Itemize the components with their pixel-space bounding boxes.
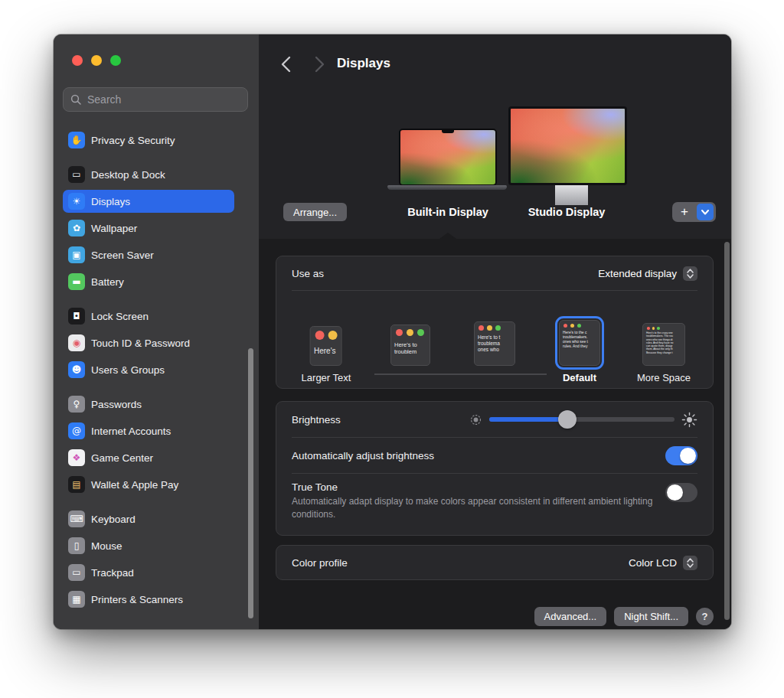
scaling-thumbnail: Here's to t troublema ones who [474, 321, 515, 366]
minimize-button[interactable] [91, 55, 102, 66]
scaling-option-more-space[interactable]: Here's to the crazy one troublemakers. T… [637, 323, 691, 384]
sidebar-item-desktop-dock[interactable]: ▭ Desktop & Dock [63, 163, 234, 186]
touch-id-icon: ◉ [68, 334, 85, 351]
use-as-value: Extended display [598, 268, 677, 279]
builtin-display-preview[interactable] [399, 129, 497, 186]
scaling-option-2[interactable]: Here's to troublem [390, 325, 430, 384]
advanced-button[interactable]: Advanced... [534, 607, 607, 626]
chevron-up-down-icon[interactable] [683, 266, 697, 281]
sidebar-item-displays[interactable]: ☀ Displays [63, 190, 234, 213]
sidebar-item-label: Passwords [91, 399, 142, 410]
sidebar-item-battery[interactable]: ▬ Battery [63, 270, 234, 293]
studio-display-label: Studio Display [528, 206, 606, 218]
brightness-slider-group [469, 412, 697, 428]
search-input[interactable] [86, 93, 240, 106]
auto-brightness-toggle[interactable] [665, 446, 697, 465]
wallpaper-icon: ✿ [68, 220, 85, 236]
thumb-red-dot [564, 324, 567, 328]
use-as-row: Use as Extended display [276, 256, 713, 290]
sidebar-item-printers-scanners[interactable]: ▦ Printers & Scanners [63, 588, 234, 611]
sidebar-item-label: Keyboard [91, 514, 136, 525]
sidebar-item-trackpad[interactable]: ▭ Trackpad [63, 561, 234, 584]
sidebar-item-label: Wallet & Apple Pay [91, 479, 178, 491]
brightness-slider-track[interactable] [489, 417, 675, 422]
system-settings-window: ✋ Privacy & Security ▭ Desktop & Dock ☀ … [54, 34, 731, 629]
main-panel: Displays Arrange... Built-in Display Stu… [259, 34, 731, 629]
color-profile-select[interactable]: Color LCD [629, 556, 697, 570]
use-as-select[interactable]: Extended display [598, 266, 697, 281]
footer-buttons: Advanced... Night Shift... ? [534, 607, 714, 626]
scaling-thumbnail: Here's to troublem [390, 325, 430, 366]
close-button[interactable] [72, 55, 83, 66]
sidebar-item-touch-id[interactable]: ◉ Touch ID & Password [63, 331, 234, 354]
sidebar-item-lock-screen[interactable]: ◘ Lock Screen [63, 305, 234, 328]
forward-button[interactable] [311, 54, 328, 74]
scaling-option-label: Default [563, 372, 596, 384]
arrange-button[interactable]: Arrange... [283, 203, 347, 221]
thumb-preview-text: Here's to troublem [394, 341, 430, 356]
sidebar-item-screen-saver[interactable]: ▣ Screen Saver [63, 243, 234, 266]
main-scrollbar[interactable] [724, 242, 730, 620]
thumb-preview-text: Here's to t troublema ones who [478, 334, 514, 353]
back-button[interactable] [277, 54, 294, 74]
thumb-green-dot [495, 325, 501, 331]
scaling-thumbnail: Here's to the crazy one troublemakers. T… [642, 323, 685, 366]
zoom-button[interactable] [110, 55, 121, 66]
sidebar-item-wallpaper[interactable]: ✿ Wallpaper [63, 217, 234, 240]
search-field[interactable] [63, 87, 248, 112]
sidebar-item-label: Mouse [91, 540, 122, 552]
builtin-display-label: Built-in Display [407, 206, 488, 218]
sidebar-item-label: Users & Groups [91, 364, 165, 376]
sidebar-list: ✋ Privacy & Security ▭ Desktop & Dock ☀ … [54, 129, 259, 622]
keyboard-icon: ⌨ [68, 510, 85, 527]
chevron-up-down-icon[interactable] [683, 556, 697, 570]
sidebar-item-users-groups[interactable]: ☻ Users & Groups [63, 358, 234, 381]
thumb-preview-text: Here's to the crazy one troublemakers. T… [646, 331, 684, 354]
auto-brightness-row: Automatically adjust brightness [276, 438, 713, 473]
displays-icon: ☀ [68, 193, 85, 210]
scaling-option-3[interactable]: Here's to t troublema ones who [474, 321, 515, 384]
night-shift-button[interactable]: Night Shift... [614, 607, 688, 626]
brightness-slider-fill [489, 417, 567, 422]
true-tone-toggle[interactable] [665, 483, 697, 502]
thumb-green-dot [657, 327, 660, 330]
thumb-yellow-dot [652, 327, 655, 330]
sidebar-item-label: Displays [91, 196, 130, 207]
use-as-card: Use as Extended display [276, 256, 714, 389]
wallet-icon: ▤ [68, 476, 85, 493]
sidebar-item-privacy-security[interactable]: ✋ Privacy & Security [63, 129, 234, 152]
sidebar-item-label: Internet Accounts [91, 426, 171, 437]
scaling-thumbnail: Here's [310, 326, 342, 366]
sidebar-item-internet-accounts[interactable]: @ Internet Accounts [63, 419, 234, 442]
sidebar: ✋ Privacy & Security ▭ Desktop & Dock ☀ … [54, 34, 259, 629]
laptop-base [387, 185, 507, 190]
add-display-button[interactable]: + [672, 203, 697, 221]
privacy-security-icon: ✋ [68, 132, 85, 148]
studio-display-stand [555, 185, 588, 205]
thumb-red-dot [647, 327, 650, 330]
sidebar-item-game-center[interactable]: ❖ Game Center [63, 446, 234, 469]
thumb-preview-text: Here's to the c troublemakers. ones who … [563, 331, 599, 350]
studio-display-preview[interactable] [508, 106, 627, 185]
help-button[interactable]: ? [696, 608, 714, 625]
add-display-dropdown[interactable] [697, 204, 714, 220]
brightness-slider-knob[interactable] [558, 410, 577, 429]
auto-brightness-label: Automatically adjust brightness [292, 450, 434, 462]
use-as-label: Use as [292, 268, 324, 279]
sidebar-item-mouse[interactable]: ▯ Mouse [63, 534, 234, 557]
sidebar-item-keyboard[interactable]: ⌨ Keyboard [63, 507, 234, 530]
trackpad-icon: ▭ [68, 564, 85, 581]
scaling-option-default[interactable]: Here's to the c troublemakers. ones who … [559, 320, 600, 384]
screenshot-canvas: ✋ Privacy & Security ▭ Desktop & Dock ☀ … [0, 0, 784, 698]
sidebar-item-passwords[interactable]: ♀ Passwords [63, 393, 234, 416]
thumb-red-dot [479, 325, 484, 331]
lock-screen-icon: ◘ [68, 308, 85, 325]
settings-content: Use as Extended display [259, 239, 731, 629]
color-profile-label: Color profile [292, 557, 348, 569]
brightness-card: Brightness [276, 401, 714, 536]
game-center-icon: ❖ [68, 449, 85, 466]
sidebar-scrollbar[interactable] [248, 348, 253, 618]
scaling-option-larger-text[interactable]: Here's Larger Text [302, 326, 351, 384]
sidebar-item-wallet[interactable]: ▤ Wallet & Apple Pay [63, 473, 234, 496]
laptop-notch [442, 130, 454, 133]
